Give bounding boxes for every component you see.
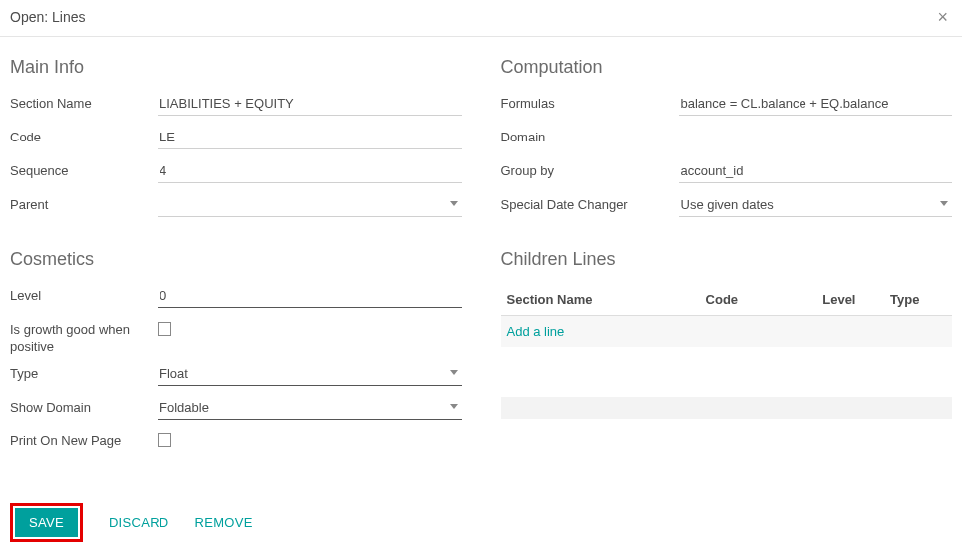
formulas-label: Formulas [501, 92, 679, 113]
children-heading: Children Lines [501, 249, 953, 270]
col-level: Level [816, 284, 884, 316]
growth-checkbox[interactable] [158, 322, 171, 336]
formulas-input[interactable] [679, 92, 953, 116]
special-date-select[interactable] [679, 193, 953, 217]
show-domain-select[interactable] [158, 396, 462, 420]
save-highlight-box: SAVE [10, 503, 83, 542]
section-name-input[interactable] [158, 92, 462, 116]
type-label: Type [10, 362, 158, 383]
type-select[interactable] [158, 362, 462, 386]
modal-title: Open: Lines [10, 9, 86, 25]
discard-button[interactable]: DISCARD [109, 515, 169, 530]
children-empty-area [501, 375, 953, 419]
table-row: Add a line [501, 316, 953, 348]
col-type: Type [884, 284, 952, 316]
code-label: Code [10, 126, 158, 146]
save-button[interactable]: SAVE [15, 508, 78, 537]
groupby-input[interactable] [679, 159, 953, 183]
print-new-label: Print On New Page [10, 429, 158, 450]
close-icon[interactable]: × [937, 8, 948, 26]
parent-label: Parent [10, 193, 158, 214]
add-line-link[interactable]: Add a line [507, 324, 565, 339]
children-table: Section Name Code Level Type Add a line [501, 284, 953, 347]
print-new-checkbox[interactable] [158, 433, 171, 447]
sequence-label: Sequence [10, 159, 158, 180]
section-name-label: Section Name [10, 92, 158, 113]
main-info-heading: Main Info [10, 57, 462, 78]
domain-label: Domain [501, 126, 679, 146]
col-section-name: Section Name [501, 284, 700, 316]
level-input[interactable] [158, 284, 462, 308]
level-label: Level [10, 284, 158, 305]
growth-label: Is growth good when positive [10, 318, 158, 356]
sequence-input[interactable] [158, 159, 462, 183]
cosmetics-heading: Cosmetics [10, 249, 462, 270]
remove-button[interactable]: REMOVE [195, 515, 253, 530]
col-code: Code [700, 284, 817, 316]
groupby-label: Group by [501, 159, 679, 180]
show-domain-label: Show Domain [10, 396, 158, 417]
parent-select[interactable] [158, 193, 462, 217]
special-date-label: Special Date Changer [501, 193, 679, 214]
code-input[interactable] [158, 126, 462, 149]
computation-heading: Computation [501, 57, 953, 78]
